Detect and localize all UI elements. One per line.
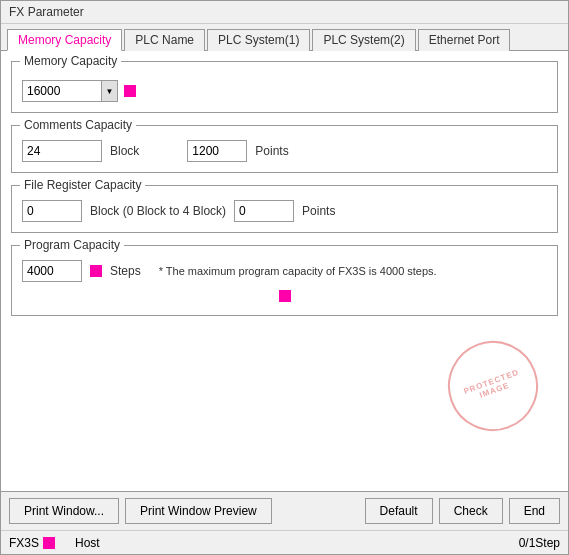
tab-plc-name[interactable]: PLC Name bbox=[124, 29, 205, 51]
program-capacity-pink-square bbox=[90, 265, 102, 277]
tab-plc-system1[interactable]: PLC System(1) bbox=[207, 29, 310, 51]
status-plc-type: FX3S bbox=[9, 536, 55, 550]
file-register-label: File Register Capacity bbox=[20, 178, 145, 192]
tab-memory-capacity[interactable]: Memory Capacity bbox=[7, 29, 122, 51]
status-step: 0/1Step bbox=[519, 536, 560, 550]
host-label: Host bbox=[75, 536, 100, 550]
plc-type-label: FX3S bbox=[9, 536, 39, 550]
end-button[interactable]: End bbox=[509, 498, 560, 524]
comments-capacity-label: Comments Capacity bbox=[20, 118, 136, 132]
program-capacity-note: * The maximum program capacity of FX3S i… bbox=[159, 265, 437, 277]
status-host: Host bbox=[75, 536, 100, 550]
status-bar: FX3S Host 0/1Step bbox=[1, 530, 568, 554]
comments-block-input[interactable] bbox=[22, 140, 102, 162]
file-register-points-label: Points bbox=[302, 204, 335, 218]
footer-bar: Print Window... Print Window Preview Def… bbox=[1, 491, 568, 530]
program-capacity-center-square bbox=[279, 290, 291, 302]
tab-ethernet-port[interactable]: Ethernet Port bbox=[418, 29, 511, 51]
file-register-block-label: Block (0 Block to 4 Block) bbox=[90, 204, 226, 218]
memory-capacity-input[interactable] bbox=[22, 80, 102, 102]
program-capacity-unit: Steps bbox=[110, 264, 141, 278]
tab-bar: Memory Capacity PLC Name PLC System(1) P… bbox=[1, 24, 568, 51]
comments-points-input[interactable] bbox=[187, 140, 247, 162]
memory-capacity-dropdown-btn[interactable]: ▼ bbox=[102, 80, 118, 102]
window-title: FX Parameter bbox=[9, 5, 84, 19]
status-pink-square bbox=[43, 537, 55, 549]
check-button[interactable]: Check bbox=[439, 498, 503, 524]
comments-points-label: Points bbox=[255, 144, 288, 158]
file-register-points-input[interactable] bbox=[234, 200, 294, 222]
watermark: PROTECTEDIMAGE bbox=[435, 328, 550, 443]
memory-capacity-group: Memory Capacity ▼ bbox=[11, 61, 558, 113]
comments-block-label: Block bbox=[110, 144, 139, 158]
comments-capacity-group: Comments Capacity Block Points bbox=[11, 125, 558, 173]
program-capacity-input[interactable] bbox=[22, 260, 82, 282]
tab-plc-system2[interactable]: PLC System(2) bbox=[312, 29, 415, 51]
print-window-button[interactable]: Print Window... bbox=[9, 498, 119, 524]
default-button[interactable]: Default bbox=[365, 498, 433, 524]
title-bar: FX Parameter bbox=[1, 1, 568, 24]
file-register-group: File Register Capacity Block (0 Block to… bbox=[11, 185, 558, 233]
print-window-preview-button[interactable]: Print Window Preview bbox=[125, 498, 272, 524]
file-register-block-input[interactable] bbox=[22, 200, 82, 222]
program-capacity-group: Program Capacity Steps * The maximum pro… bbox=[11, 245, 558, 316]
main-window: FX Parameter Memory Capacity PLC Name PL… bbox=[0, 0, 569, 555]
step-label: 0/1Step bbox=[519, 536, 560, 550]
program-capacity-label: Program Capacity bbox=[20, 238, 124, 252]
content-area: Memory Capacity ▼ Comments Capacity Bloc… bbox=[1, 51, 568, 491]
memory-capacity-label: Memory Capacity bbox=[20, 54, 121, 68]
memory-capacity-select-wrapper: ▼ bbox=[22, 80, 118, 102]
memory-capacity-pink-square bbox=[124, 85, 136, 97]
